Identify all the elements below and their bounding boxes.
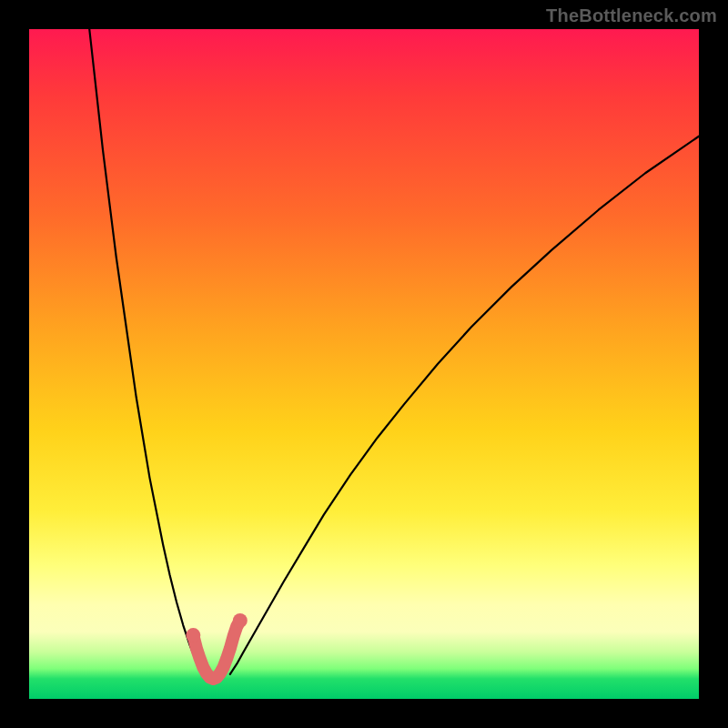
u-overlay-dot-left	[186, 628, 200, 642]
attribution-watermark: TheBottleneck.com	[546, 5, 717, 26]
chart-plot-area	[29, 29, 699, 699]
u-overlay-dot-right	[233, 613, 248, 628]
curve-right-branch	[230, 136, 699, 674]
chart-frame: TheBottleneck.com	[0, 0, 728, 728]
chart-curve-svg	[29, 29, 699, 699]
curve-left-branch	[89, 29, 203, 674]
